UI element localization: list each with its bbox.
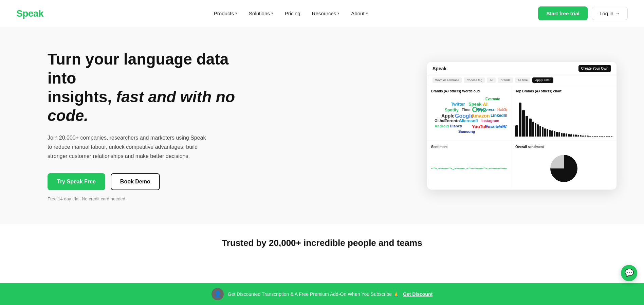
start-trial-button[interactable]: Start free trial [538,6,588,20]
hero-description: Join 20,000+ companies, researchers and … [48,133,210,161]
book-demo-button[interactable]: Book Demo [111,173,160,190]
site-logo[interactable]: Speak [16,8,43,19]
dashboard-filters: Word or a Phrase Choose tag All Brands A… [427,75,617,85]
chevron-down-icon: ▾ [235,11,237,16]
pie-chart-container [515,151,612,185]
nav-products-label: Products [214,11,234,16]
nav-item-resources[interactable]: Resources ▾ [307,8,345,19]
wordcloud-title: Brands (43 others) Wordcloud [431,89,507,93]
sentiment-line-chart [431,151,507,185]
wordcloud-visual: OneTwitterSpeakAISpotifyTimeGoogleAmazon… [431,96,507,137]
nav-actions: Start free trial Log in → [538,6,628,20]
nav-pricing-label: Pricing [285,11,300,16]
sentiment-visual [431,151,507,185]
dashboard-topbar: Speak Create Your Own [427,62,617,75]
overall-sentiment-panel: Overall sentiment [511,141,617,190]
create-your-own-button[interactable]: Create Your Own [578,65,611,72]
filter-chip-tag[interactable]: Choose tag [464,77,485,83]
filter-chip-brands[interactable]: Brands [498,77,513,83]
sentiment-title: Sentiment [431,145,507,149]
sentiment-panel: Sentiment [427,141,511,190]
hero-title: Turn your language data into insights, f… [48,50,238,125]
filter-chip-phrase[interactable]: Word or a Phrase [433,77,462,83]
pie-chart-visual [550,155,577,182]
nav-center: Products ▾ Solutions ▾ Pricing Resources… [209,8,373,19]
dashboard-grid: Brands (43 others) Wordcloud OneTwitterS… [427,85,617,190]
apply-filter-button[interactable]: Apply Filter [532,77,553,83]
dashboard-mockup: Speak Create Your Own Word or a Phrase C… [427,61,617,190]
nav-item-products[interactable]: Products ▾ [209,8,242,19]
nav-about-label: About [351,11,364,16]
nav-item-pricing[interactable]: Pricing [280,8,305,19]
hero-note: Free 14 day trial. No credit card needed… [48,196,238,201]
login-button[interactable]: Log in → [592,7,628,20]
nav-item-about[interactable]: About ▾ [346,8,372,19]
nav-solutions-label: Solutions [249,11,270,16]
hero-content: Turn your language data into insights, f… [48,50,238,201]
chevron-down-icon: ▾ [337,11,339,16]
hero-section: Turn your language data into insights, f… [0,27,644,224]
dashboard-logo: Speak [433,66,446,71]
wordcloud-panel: Brands (43 others) Wordcloud OneTwitterS… [427,85,511,141]
barchart-visual [515,96,612,137]
navbar: Speak Products ▾ Solutions ▾ Pricing Res… [0,0,644,27]
filter-chip-alltime[interactable]: All time [515,77,531,83]
nav-item-solutions[interactable]: Solutions ▾ [244,8,278,19]
filter-chip-all[interactable]: All [487,77,496,83]
chevron-down-icon: ▾ [271,11,273,16]
nav-resources-label: Resources [312,11,336,16]
trusted-title: Trusted by 20,000+ incredible people and… [27,238,617,248]
hero-buttons: Try Speak Free Book Demo [48,173,238,190]
barchart-title: Top Brands (43 others) chart [515,89,612,93]
trusted-section: Trusted by 20,000+ incredible people and… [0,224,644,255]
try-speak-free-button[interactable]: Try Speak Free [48,173,105,190]
hero-image: Speak Create Your Own Word or a Phrase C… [427,61,617,190]
chevron-down-icon: ▾ [366,11,368,16]
overall-sentiment-title: Overall sentiment [515,145,612,149]
barchart-panel: Top Brands (43 others) chart [511,85,617,141]
